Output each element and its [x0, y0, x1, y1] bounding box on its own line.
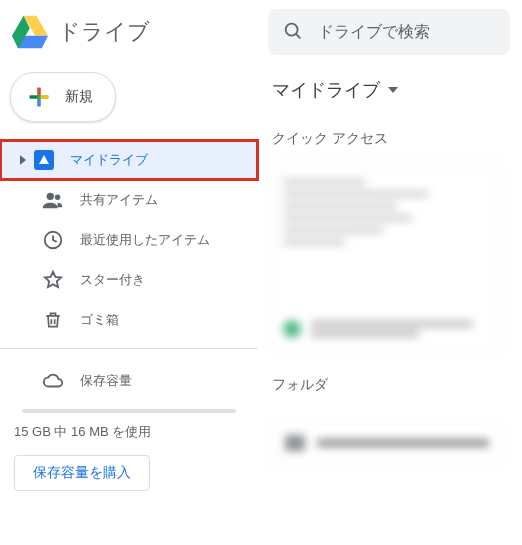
clock-icon — [42, 229, 64, 251]
sidebar-item-label: 共有アイテム — [80, 191, 158, 209]
my-drive-icon — [34, 150, 54, 170]
svg-point-3 — [55, 195, 61, 201]
breadcrumb[interactable]: マイドライブ — [272, 78, 522, 124]
sidebar-item-label: ゴミ箱 — [80, 311, 119, 329]
folders-title: フォルダ — [272, 370, 522, 408]
cloud-icon — [42, 370, 64, 392]
trash-icon — [42, 309, 64, 331]
storage-progress-bar — [22, 409, 236, 413]
new-button-label: 新規 — [65, 88, 93, 106]
sidebar-item-trash[interactable]: ゴミ箱 — [0, 300, 250, 340]
folder-icon — [285, 435, 305, 451]
breadcrumb-label: マイドライブ — [272, 78, 380, 102]
main-content: マイドライブ クイック アクセス フォルダ — [258, 64, 522, 545]
drive-logo-icon — [12, 14, 48, 50]
search-input[interactable]: ドライブで検索 — [268, 9, 510, 55]
sidebar-item-storage[interactable]: 保存容量 — [0, 361, 250, 401]
search-placeholder: ドライブで検索 — [318, 22, 430, 43]
people-icon — [42, 189, 64, 211]
folder-name-placeholder — [317, 439, 489, 447]
chevron-down-icon — [388, 87, 398, 93]
sidebar-item-label: マイドライブ — [70, 151, 148, 169]
storage-usage-text: 15 GB 中 16 MB を使用 — [0, 423, 258, 441]
buy-storage-label: 保存容量を購入 — [33, 464, 131, 480]
svg-line-1 — [296, 33, 300, 37]
sidebar-item-recent[interactable]: 最近使用したアイテム — [0, 220, 250, 260]
sidebar-item-shared[interactable]: 共有アイテム — [0, 180, 250, 220]
storage-label: 保存容量 — [80, 372, 132, 390]
plus-icon — [25, 83, 53, 111]
new-button[interactable]: 新規 — [10, 72, 116, 122]
header: ドライブ ドライブで検索 — [0, 0, 522, 64]
search-icon — [282, 20, 304, 45]
quick-access-card[interactable] — [272, 162, 502, 352]
expand-icon[interactable] — [20, 155, 26, 165]
folder-item[interactable] — [272, 420, 502, 466]
svg-point-2 — [47, 193, 54, 200]
app-title: ドライブ — [58, 17, 150, 47]
sidebar-item-my-drive[interactable]: マイドライブ — [0, 140, 258, 180]
buy-storage-button[interactable]: 保存容量を購入 — [14, 455, 150, 491]
sidebar: 新規 マイドライブ 共有アイテム — [0, 64, 258, 545]
preview-lines — [283, 173, 491, 251]
svg-point-0 — [286, 23, 298, 35]
sidebar-item-label: スター付き — [80, 271, 145, 289]
sidebar-item-label: 最近使用したアイテム — [80, 231, 210, 249]
star-icon — [42, 269, 64, 291]
divider — [0, 348, 258, 349]
logo-area: ドライブ — [12, 14, 260, 50]
quick-access-title: クイック アクセス — [272, 124, 522, 162]
file-type-icon — [283, 320, 301, 338]
sidebar-item-starred[interactable]: スター付き — [0, 260, 250, 300]
